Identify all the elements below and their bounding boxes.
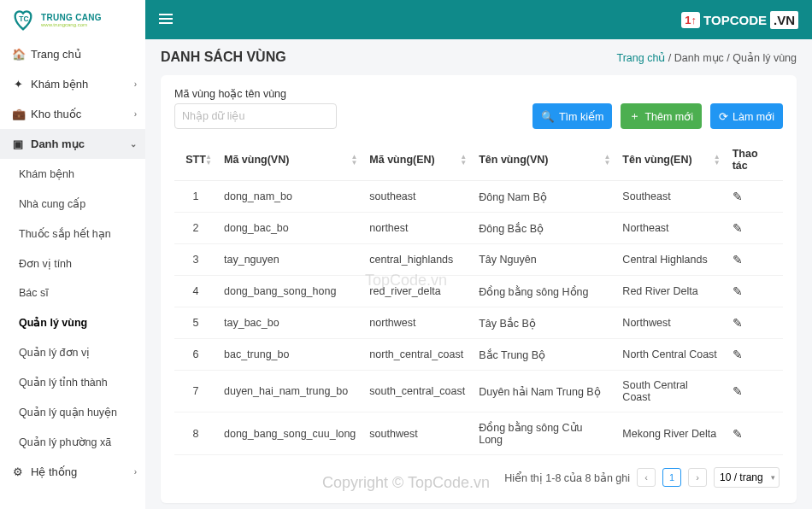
cell-name-vn: Tây Nguyên bbox=[472, 244, 615, 276]
table-row: 7duyen_hai_nam_trung_bosouth_central_coa… bbox=[174, 371, 783, 412]
page-1[interactable]: 1 bbox=[662, 468, 681, 487]
nav-home[interactable]: 🏠Trang chủ bbox=[0, 39, 145, 69]
sidebar-sub-item[interactable]: Thuốc sắp hết hạn bbox=[0, 219, 145, 249]
cell-code-en: northwest bbox=[362, 307, 472, 339]
cell-code-en: northest bbox=[362, 213, 472, 244]
breadcrumb: Trang chủ / Danh mục / Quản lý vùng bbox=[616, 51, 797, 64]
sort-icon: ▲▼ bbox=[603, 154, 610, 166]
cell-stt: 6 bbox=[174, 339, 217, 371]
cell-name-en: Mekong River Delta bbox=[615, 412, 725, 455]
sort-icon: ▲▼ bbox=[350, 154, 357, 166]
nav-he-thong[interactable]: ⚙Hệ thống› bbox=[0, 457, 145, 487]
edit-icon[interactable]: ✎ bbox=[733, 316, 743, 330]
table-row: 1dong_nam_bosoutheastĐông Nam BộSoutheas… bbox=[174, 181, 783, 213]
col-action: Thao tác bbox=[726, 139, 783, 181]
table-row: 6bac_trung_bonorth_central_coastBắc Trun… bbox=[174, 339, 783, 371]
sort-icon: ▲▼ bbox=[714, 154, 721, 166]
cell-name-vn: Đông Nam Bộ bbox=[472, 181, 615, 213]
brand-name: TRUNG CANG bbox=[41, 13, 102, 22]
cell-code-vn: tay_bac_bo bbox=[217, 307, 362, 339]
prev-page[interactable]: ‹ bbox=[637, 468, 656, 487]
search-button[interactable]: 🔍Tìm kiếm bbox=[533, 103, 612, 129]
cell-name-en: Northeast bbox=[615, 213, 725, 244]
cell-name-en: South Central Coast bbox=[615, 371, 725, 412]
settings-icon: ⚙ bbox=[12, 465, 24, 478]
sidebar: 🏠Trang chủ ✦Khám bệnh› 💼Kho thuốc› ▣Danh… bbox=[0, 39, 145, 509]
hamburger-icon bbox=[159, 13, 173, 25]
chevron-right-icon: › bbox=[134, 79, 137, 89]
heart-icon: TC bbox=[10, 7, 36, 32]
search-input[interactable] bbox=[174, 103, 337, 129]
cell-name-en: Red River Delta bbox=[615, 276, 725, 307]
edit-icon[interactable]: ✎ bbox=[733, 253, 743, 266]
col-code-en[interactable]: Mã vùng(EN)▲▼ bbox=[362, 139, 472, 181]
logo[interactable]: TC TRUNG CANG www.trungcang.com bbox=[0, 0, 145, 39]
col-name-en[interactable]: Tên vùng(EN)▲▼ bbox=[615, 139, 725, 181]
cell-name-vn: Duyên hải Nam Trung Bộ bbox=[472, 371, 615, 412]
refresh-icon: ⟳ bbox=[719, 110, 728, 123]
page-title: DANH SÁCH VÙNG bbox=[161, 50, 286, 65]
sidebar-sub-item[interactable]: Quản lý quận huyện bbox=[0, 397, 145, 427]
chevron-down-icon: ⌄ bbox=[130, 139, 137, 149]
sidebar-sub-item[interactable]: Bác sĩ bbox=[0, 278, 145, 307]
table-row: 4dong_bang_song_hongred_river_deltaĐồng … bbox=[174, 276, 783, 307]
cell-code-en: southwest bbox=[362, 412, 472, 455]
cell-name-en: Central Highlands bbox=[615, 244, 725, 276]
cell-code-vn: bac_trung_bo bbox=[217, 339, 362, 371]
cell-stt: 7 bbox=[174, 371, 217, 412]
sidebar-sub-item[interactable]: Quản lý vùng bbox=[0, 307, 145, 337]
pagination: Hiển thị 1-8 của 8 bản ghi ‹ 1 › 10 / tr… bbox=[174, 455, 783, 491]
cell-action: ✎ bbox=[726, 276, 783, 307]
col-name-vn[interactable]: Tên vùng(VN)▲▼ bbox=[472, 139, 615, 181]
cell-stt: 4 bbox=[174, 276, 217, 307]
edit-icon[interactable]: ✎ bbox=[733, 221, 743, 235]
paging-info: Hiển thị 1-8 của 8 bản ghi bbox=[504, 471, 630, 484]
svg-text:TC: TC bbox=[19, 15, 28, 23]
sidebar-sub-item[interactable]: Đơn vị tính bbox=[0, 249, 145, 278]
nav-kho-thuoc[interactable]: 💼Kho thuốc› bbox=[0, 99, 145, 129]
cell-code-vn: dong_bang_song_cuu_long bbox=[217, 412, 362, 455]
cell-code-vn: tay_nguyen bbox=[217, 244, 362, 276]
cell-action: ✎ bbox=[726, 307, 783, 339]
cell-action: ✎ bbox=[726, 339, 783, 371]
cell-name-vn: Đồng bằng sông Hồng bbox=[472, 276, 615, 307]
sidebar-sub-item[interactable]: Quản lý tỉnh thành bbox=[0, 367, 145, 397]
home-icon: 🏠 bbox=[12, 48, 24, 61]
nav-kham-benh[interactable]: ✦Khám bệnh› bbox=[0, 69, 145, 99]
cell-code-en: central_highlands bbox=[362, 244, 472, 276]
next-page[interactable]: › bbox=[688, 468, 707, 487]
edit-icon[interactable]: ✎ bbox=[733, 427, 743, 441]
edit-icon[interactable]: ✎ bbox=[733, 384, 743, 398]
exam-icon: ✦ bbox=[12, 78, 24, 91]
topcode-label: TOPCODE bbox=[703, 13, 767, 27]
table-row: 2dong_bac_bonorthestĐông Bắc BộNortheast… bbox=[174, 213, 783, 244]
sidebar-sub-item[interactable]: Quản lý đơn vị bbox=[0, 337, 145, 367]
content-card: Mã vùng hoặc tên vùng 🔍Tìm kiếm ＋Thêm mớ… bbox=[161, 75, 797, 503]
col-code-vn[interactable]: Mã vùng(VN)▲▼ bbox=[217, 139, 362, 181]
topcode-suffix: .VN bbox=[770, 11, 798, 29]
sidebar-sub-item[interactable]: Quản lý phường xã bbox=[0, 427, 145, 457]
sidebar-sub-item[interactable]: Nhà cung cấp bbox=[0, 189, 145, 219]
col-stt[interactable]: STT▲▼ bbox=[174, 139, 217, 181]
cell-stt: 5 bbox=[174, 307, 217, 339]
category-icon: ▣ bbox=[12, 137, 24, 150]
edit-icon[interactable]: ✎ bbox=[733, 348, 743, 361]
breadcrumb-home[interactable]: Trang chủ bbox=[616, 52, 665, 64]
cell-stt: 3 bbox=[174, 244, 217, 276]
table-row: 8dong_bang_song_cuu_longsouthwestĐồng bằ… bbox=[174, 412, 783, 455]
breadcrumb-cat[interactable]: Danh mục bbox=[674, 52, 724, 64]
edit-icon[interactable]: ✎ bbox=[733, 190, 743, 203]
sidebar-sub-item[interactable]: Khám bệnh bbox=[0, 159, 145, 189]
medicine-icon: 💼 bbox=[12, 108, 24, 120]
topcode-icon: 1↑ bbox=[681, 12, 700, 28]
add-button[interactable]: ＋Thêm mới bbox=[621, 103, 702, 129]
nav-danh-muc[interactable]: ▣Danh mục⌄ bbox=[0, 129, 145, 159]
topcode-badge[interactable]: 1↑ TOPCODE.VN bbox=[681, 11, 798, 29]
search-icon: 🔍 bbox=[541, 110, 555, 123]
edit-icon[interactable]: ✎ bbox=[733, 284, 743, 298]
reload-button[interactable]: ⟳Làm mới bbox=[710, 103, 783, 129]
sort-icon: ▲▼ bbox=[460, 154, 467, 166]
cell-name-en: Northwest bbox=[615, 307, 725, 339]
page-size-select[interactable]: 10 / trang bbox=[714, 467, 780, 488]
menu-toggle[interactable] bbox=[159, 13, 173, 27]
